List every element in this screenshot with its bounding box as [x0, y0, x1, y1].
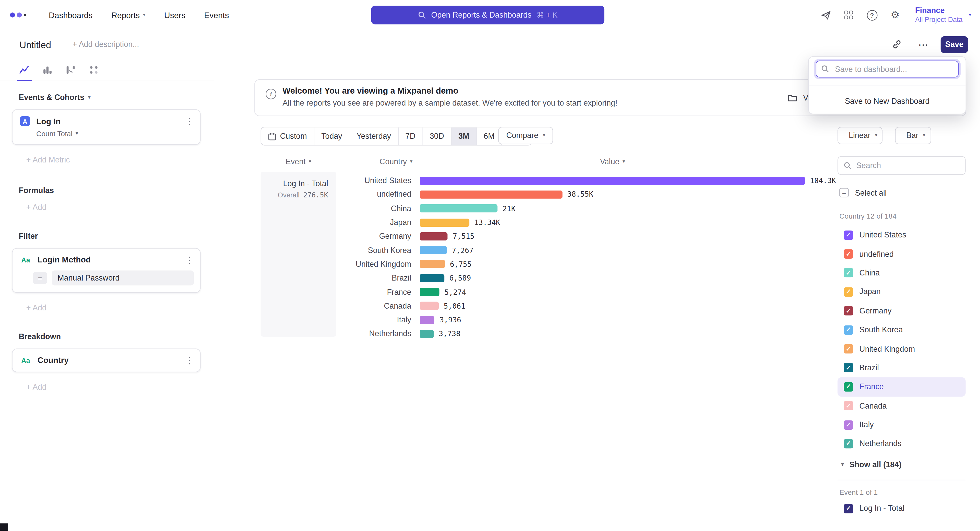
add-breakdown-button[interactable]: + Add [26, 383, 214, 392]
checkbox-checked[interactable]: ✓ [844, 306, 853, 316]
bar[interactable] [420, 288, 439, 296]
bar[interactable] [420, 218, 469, 227]
nav-events[interactable]: Events [204, 10, 229, 20]
retention-tab[interactable] [88, 64, 99, 76]
add-description[interactable]: + Add description... [73, 40, 139, 49]
country-row[interactable]: ✓Germany [838, 301, 966, 320]
events-cohorts-header[interactable]: Events & Cohorts ▾ [19, 93, 213, 102]
global-search-button[interactable]: Open Reports & Dashboards ⌘ + K [371, 6, 605, 24]
checkbox-checked[interactable]: ✓ [844, 249, 853, 258]
filter-value-input[interactable]: Manual Password [52, 270, 194, 285]
bar[interactable] [420, 302, 439, 310]
funnels-tab[interactable] [42, 64, 53, 76]
country-row[interactable]: ✓United States [838, 225, 966, 244]
aggregation-selector[interactable]: Count Total ▾ [36, 130, 194, 137]
nav-reports[interactable]: Reports▾ [111, 10, 145, 20]
metric-card[interactable]: A Log In ⋮ Count Total ▾ [12, 109, 201, 145]
add-filter-button[interactable]: + Add [26, 303, 214, 312]
range-30d-button[interactable]: 30D [423, 127, 452, 145]
folder-icon [788, 94, 797, 102]
range-custom-button[interactable]: Custom [261, 127, 314, 145]
filter-menu-button[interactable]: ⋮ [185, 255, 194, 264]
range-7d-button[interactable]: 7D [398, 127, 423, 145]
compare-button[interactable]: Compare ▾ [498, 127, 554, 144]
save-to-new-dashboard-item[interactable]: Save to New Dashboard [809, 92, 966, 111]
country-row[interactable]: ✓undefined [838, 244, 966, 263]
country-row[interactable]: ✓Brazil [838, 358, 966, 377]
add-metric-button[interactable]: + Add Metric [26, 155, 214, 164]
country-row[interactable]: ✓Japan [838, 282, 966, 301]
breakdown-property-name[interactable]: Country [38, 355, 179, 365]
checkbox-checked[interactable]: ✓ [844, 439, 853, 449]
bar[interactable] [420, 274, 444, 282]
breakdown-menu-button[interactable]: ⋮ [185, 356, 194, 365]
country-row[interactable]: ✓South Korea [838, 320, 966, 339]
checkbox-checked[interactable]: ✓ [844, 382, 853, 392]
country-row[interactable]: ✓China [838, 263, 966, 282]
range-today-button[interactable]: Today [314, 127, 350, 145]
mixpanel-logo-icon[interactable] [10, 13, 31, 17]
view-boards-button[interactable]: V [788, 89, 808, 107]
copy-link-icon[interactable] [888, 36, 906, 53]
bar[interactable] [420, 260, 445, 268]
metric-name[interactable]: Log In [36, 117, 179, 126]
add-formula-button[interactable]: + Add [26, 203, 214, 212]
checkbox-checked[interactable]: ✓ [844, 268, 853, 278]
checkbox-checked[interactable]: ✓ [844, 325, 853, 334]
country-row-highlighted[interactable]: ✓France [838, 377, 966, 396]
save-dashboard-search[interactable] [816, 61, 959, 78]
flows-tab[interactable] [65, 64, 76, 76]
overall-label: Overall [278, 191, 299, 198]
checkbox-checked[interactable]: ✓ [844, 287, 853, 296]
value-column-header[interactable]: Value▾ [420, 157, 805, 166]
range-3m-button[interactable]: 3M [452, 127, 477, 145]
formulas-header: Formulas [19, 186, 213, 195]
checkbox-checked[interactable]: ✓ [844, 363, 853, 372]
show-all-button[interactable]: ▾ Show all (184) [841, 460, 966, 469]
settings-gear-icon[interactable]: ⚙ [889, 10, 900, 21]
help-icon[interactable]: ? [866, 10, 878, 21]
filter-card[interactable]: Aa Login Method ⋮ = Manual Password [12, 248, 201, 293]
bar[interactable] [420, 176, 805, 185]
event-column-header[interactable]: Event▾ [261, 157, 336, 166]
nav-dashboards[interactable]: Dashboards [49, 10, 93, 20]
event-series-row[interactable]: ✓ Log In - Total [844, 504, 966, 514]
nav-users[interactable]: Users [164, 10, 185, 20]
project-selector[interactable]: Finance All Project Data ▾ [915, 6, 971, 24]
bar[interactable] [420, 232, 448, 241]
save-dashboard-search-input[interactable] [834, 64, 958, 74]
country-row[interactable]: ✓United Kingdom [838, 339, 966, 358]
event-summary-cell[interactable]: Log In - Total Overall276.5K [261, 172, 336, 337]
checkbox-checked[interactable]: ✓ [844, 401, 853, 411]
more-options-button[interactable]: ⋯ [915, 36, 932, 53]
country-row[interactable]: ✓Netherlands [838, 434, 966, 453]
filter-operator[interactable]: = [33, 272, 47, 284]
checkbox-checked[interactable]: ✓ [844, 344, 853, 353]
select-all-checkbox[interactable]: – [839, 188, 849, 197]
line-type-selector[interactable]: Linear ▾ [838, 127, 883, 144]
checkbox-checked[interactable]: ✓ [844, 420, 853, 430]
save-button[interactable]: Save [941, 36, 968, 53]
range-yesterday-button[interactable]: Yesterday [350, 127, 398, 145]
bar[interactable] [420, 330, 434, 338]
segment-search-input[interactable]: Search [838, 156, 966, 175]
insights-tab[interactable] [19, 64, 30, 76]
select-all-row[interactable]: – Select all [839, 188, 966, 197]
bar[interactable] [420, 246, 447, 254]
country-column-header[interactable]: Country▾ [341, 157, 412, 166]
country-label: Italy [859, 420, 873, 429]
apps-grid-icon[interactable] [843, 10, 854, 21]
bar[interactable] [420, 190, 563, 199]
filter-property-name[interactable]: Login Method [38, 255, 179, 264]
report-title[interactable]: Untitled [19, 39, 51, 50]
event-checkbox[interactable]: ✓ [844, 504, 853, 514]
bar[interactable] [420, 204, 498, 212]
paper-plane-icon[interactable] [820, 10, 831, 21]
checkbox-checked[interactable]: ✓ [844, 230, 853, 240]
country-row[interactable]: ✓Italy [838, 415, 966, 434]
country-row[interactable]: ✓Canada [838, 396, 966, 415]
chart-type-selector[interactable]: Bar ▾ [895, 127, 931, 144]
metric-menu-button[interactable]: ⋮ [185, 117, 194, 125]
bar[interactable] [420, 316, 434, 324]
breakdown-card[interactable]: Aa Country ⋮ [12, 349, 201, 372]
